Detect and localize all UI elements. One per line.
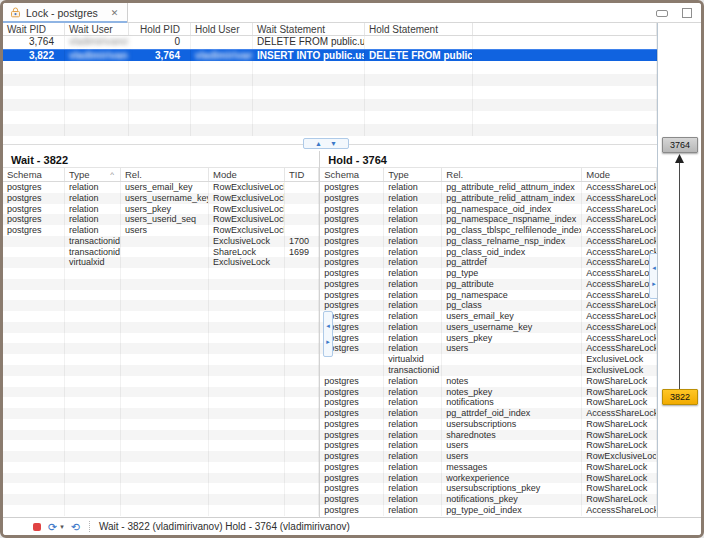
lock-item-row[interactable]: postgresrelationusersAccessShareLock xyxy=(320,343,657,354)
lock-item-row[interactable]: postgresrelationpg_attributeAccessShareL… xyxy=(320,279,657,290)
sash-collapse-control[interactable]: ▲▼ xyxy=(303,138,349,149)
empty-cell xyxy=(65,494,121,505)
column-header[interactable]: Schema xyxy=(320,168,384,181)
column-header[interactable]: Hold PID xyxy=(129,23,191,35)
lock-item-row[interactable]: transactionidShareLock1699 xyxy=(3,247,319,258)
lock-item-row[interactable]: postgresrelationusers_pkeyRowExclusiveLo… xyxy=(3,204,319,215)
lock-item-row[interactable]: postgresrelationpg_namespaceAccessShareL… xyxy=(320,290,657,301)
lock-item-row[interactable]: postgresrelationworkexperienceRowShareLo… xyxy=(320,473,657,484)
lock-item-cell: AccessShareLock xyxy=(582,408,657,419)
lock-item-row[interactable]: postgresrelationpg_type_oid_indexAccessS… xyxy=(320,505,657,516)
lock-item-row[interactable]: postgresrelationpg_class_tblspc_relfilen… xyxy=(320,225,657,236)
column-header[interactable]: Mode xyxy=(209,168,285,181)
graph-sash-control[interactable]: ◂▸ xyxy=(649,253,657,299)
lock-item-row[interactable]: postgresrelationusersRowExclusiveLock xyxy=(3,225,319,236)
hold-panel: Hold - 3764 SchemaTypeRel.Mode postgresr… xyxy=(320,151,657,517)
column-header[interactable]: Wait Statement xyxy=(253,23,365,35)
lock-item-row[interactable]: postgresrelationusersRowShareLock xyxy=(320,440,657,451)
lock-item-row[interactable]: postgresrelationpg_class_oid_indexAccess… xyxy=(320,247,657,258)
lock-icon xyxy=(10,7,21,20)
empty-row xyxy=(3,451,319,462)
lock-item-row[interactable]: postgresrelationusers_pkeyAccessShareLoc… xyxy=(320,333,657,344)
empty-cell xyxy=(365,99,473,112)
lock-item-row[interactable]: postgresrelationusers_email_keyRowExclus… xyxy=(3,182,319,193)
empty-cell xyxy=(3,473,65,484)
lock-item-cell xyxy=(285,204,319,215)
column-header[interactable]: Hold User xyxy=(191,23,253,35)
empty-cell xyxy=(3,451,65,462)
lock-item-row[interactable]: postgresrelationpg_attribute_relid_attnu… xyxy=(320,182,657,193)
lock-item-cell xyxy=(285,257,319,268)
lock-item-cell: sharednotes xyxy=(442,430,582,441)
collapse-right-icon[interactable]: ▸ xyxy=(652,280,656,288)
empty-row xyxy=(3,408,319,419)
reload-icon[interactable]: ⟲ xyxy=(71,522,80,532)
lock-item-row[interactable]: postgresrelationusersubscriptions_pkeyRo… xyxy=(320,483,657,494)
column-header[interactable]: Mode xyxy=(582,168,657,181)
lock-item-row[interactable]: postgresrelationpg_attribute_relid_attna… xyxy=(320,193,657,204)
collapse-left-icon[interactable]: ◂ xyxy=(652,264,656,272)
minimize-icon[interactable] xyxy=(656,10,668,17)
column-header[interactable]: Rel. xyxy=(442,168,582,181)
column-header[interactable]: Rel. xyxy=(121,168,209,181)
lock-item-row[interactable]: transactionidExclusiveLock xyxy=(320,365,657,376)
lock-item-row[interactable]: postgresrelationusers_username_keyRowExc… xyxy=(3,193,319,204)
lock-item-row[interactable]: postgresrelationusers_userid_seqRowExclu… xyxy=(3,214,319,225)
chevron-down-icon[interactable]: ▾ xyxy=(60,523,64,531)
lock-item-row[interactable]: postgresrelationpg_typeAccessShareLock xyxy=(320,268,657,279)
collapse-right-icon[interactable]: ▸ xyxy=(326,338,330,346)
lock-item-row[interactable]: postgresrelationpg_namespace_nspname_ind… xyxy=(320,214,657,225)
lock-item-row[interactable]: postgresrelationpg_namespace_oid_indexAc… xyxy=(320,204,657,215)
lock-row[interactable]: 3,822vladimirivanov3,764vladimirivanovIN… xyxy=(3,49,657,62)
column-header[interactable]: Wait User xyxy=(65,23,129,35)
refresh-session-icon[interactable]: ⟳ xyxy=(48,522,57,532)
lock-row[interactable]: 3,764vladimirivanov0DELETE FROM public.u… xyxy=(3,36,657,49)
lock-item-row[interactable]: postgresrelationnotesRowShareLock xyxy=(320,376,657,387)
empty-row xyxy=(3,268,319,279)
lock-item-row[interactable]: postgresrelationusers_username_keyAccess… xyxy=(320,322,657,333)
lock-item-row[interactable]: postgresrelationnotes_pkeyRowShareLock xyxy=(320,387,657,398)
column-header[interactable]: Hold Statement xyxy=(365,23,473,35)
empty-cell xyxy=(129,99,191,112)
lock-item-row[interactable]: postgresrelationusersRowExclusiveLock xyxy=(320,451,657,462)
lock-item-row[interactable]: postgresrelationsharednotesRowShareLock xyxy=(320,430,657,441)
graph-node-hold[interactable]: 3764 xyxy=(662,137,698,153)
column-header[interactable]: Type xyxy=(384,168,442,181)
lock-item-cell: transactionid xyxy=(384,365,442,376)
lock-item-cell: users xyxy=(442,451,582,462)
empty-row xyxy=(3,397,319,408)
empty-cell xyxy=(365,124,473,137)
lock-item-row[interactable]: postgresrelationusers_email_keyAccessSha… xyxy=(320,311,657,322)
lock-item-row[interactable]: postgresrelationpg_attrdefAccessShareLoc… xyxy=(320,257,657,268)
lock-item-row[interactable]: postgresrelationnotificationsRowShareLoc… xyxy=(320,397,657,408)
lock-item-row[interactable]: postgresrelationpg_classAccessShareLock xyxy=(320,300,657,311)
lock-item-cell: postgres xyxy=(320,397,384,408)
column-header-filler xyxy=(473,23,657,35)
tab-lock-postgres[interactable]: Lock - postgres ✕ xyxy=(3,3,128,23)
graph-node-wait[interactable]: 3822 xyxy=(662,389,698,405)
stop-icon[interactable] xyxy=(33,523,41,531)
lock-item-cell: relation xyxy=(384,236,442,247)
collapse-down-icon[interactable]: ▼ xyxy=(330,140,337,148)
lock-item-row[interactable]: postgresrelationmessagesRowShareLock xyxy=(320,462,657,473)
lock-item-row[interactable]: virtualxidExclusiveLock xyxy=(320,354,657,365)
column-header[interactable]: Type^ xyxy=(65,168,121,181)
hold-statement-cell: DELETE FROM public.users xyxy=(365,50,473,62)
column-header[interactable]: TID xyxy=(285,168,319,181)
column-header[interactable]: Wait PID xyxy=(3,23,65,35)
lock-item-row[interactable]: postgresrelationusersubscriptionsRowShar… xyxy=(320,419,657,430)
collapse-left-icon[interactable]: ◂ xyxy=(326,322,330,330)
lock-item-row[interactable]: virtualxidExclusiveLock xyxy=(3,257,319,268)
maximize-icon[interactable] xyxy=(682,8,692,18)
tab-close-icon[interactable]: ✕ xyxy=(111,8,119,18)
lock-item-cell: postgres xyxy=(320,376,384,387)
panel-sash-control[interactable]: ◂▸ xyxy=(323,311,333,357)
lock-item-row[interactable]: postgresrelationpg_attrdef_oid_indexAcce… xyxy=(320,408,657,419)
lock-item-row[interactable]: postgresrelationnotifications_pkeyRowSha… xyxy=(320,494,657,505)
column-header[interactable]: Schema xyxy=(3,168,65,181)
lock-item-row[interactable]: postgresrelationpg_class_relname_nsp_ind… xyxy=(320,236,657,247)
empty-cell xyxy=(121,290,209,301)
lock-item-row[interactable]: transactionidExclusiveLock1700 xyxy=(3,236,319,247)
empty-cell xyxy=(65,419,121,430)
collapse-up-icon[interactable]: ▲ xyxy=(315,140,322,148)
